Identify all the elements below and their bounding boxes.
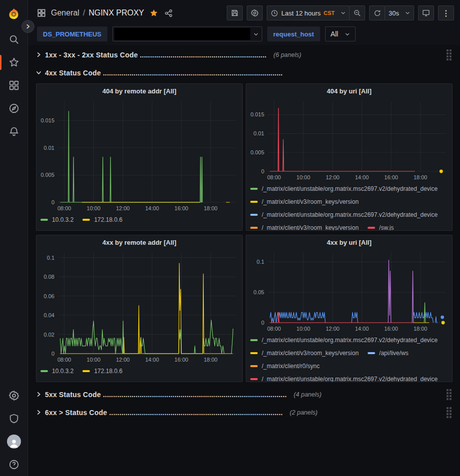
breadcrumb-section[interactable]: General bbox=[51, 8, 79, 17]
chevron-down-icon bbox=[405, 10, 410, 15]
legend-item[interactable]: /_matrix/client/unstable/org.matrix.msc2… bbox=[250, 376, 438, 382]
dashboard-settings-button[interactable] bbox=[247, 5, 263, 20]
avatar bbox=[7, 435, 21, 449]
svg-text:0.02: 0.02 bbox=[44, 332, 54, 338]
legend-swatch bbox=[40, 370, 48, 372]
row-panel-count: (2 panels) bbox=[290, 409, 318, 416]
svg-text:0.05: 0.05 bbox=[254, 289, 264, 295]
panel-title[interactable]: 404 by remote addr [All] bbox=[36, 84, 242, 95]
svg-text:10:00: 10:00 bbox=[297, 174, 311, 180]
legend-item[interactable]: 10.0.3.2 bbox=[40, 216, 73, 223]
refresh-interval-picker[interactable]: 30s bbox=[385, 5, 414, 20]
row-header-1xx-3xx-2xx[interactable]: 1xx - 3xx - 2xx Status Code ............… bbox=[36, 47, 453, 62]
svg-text:12:00: 12:00 bbox=[116, 357, 130, 363]
datasource-select[interactable] bbox=[112, 26, 262, 41]
timezone-label: CST bbox=[324, 10, 335, 16]
legend-item[interactable]: /sw.js bbox=[368, 224, 394, 230]
svg-text:08:00: 08:00 bbox=[57, 357, 71, 363]
panel-title[interactable]: 4xx by remote addr [All] bbox=[36, 235, 242, 247]
row-drag-handle[interactable] bbox=[447, 407, 452, 418]
chevron-down-icon bbox=[253, 31, 259, 37]
legend-label: /sw.js bbox=[379, 224, 394, 230]
zoom-out-icon bbox=[353, 9, 361, 17]
sidebar-item-configuration[interactable] bbox=[0, 384, 28, 407]
sidebar-item-alerting[interactable] bbox=[0, 120, 28, 143]
svg-text:08:00: 08:00 bbox=[57, 205, 71, 211]
svg-text:0: 0 bbox=[261, 320, 264, 326]
legend-item[interactable]: /_matrix/client/v3/room_keys/version bbox=[250, 224, 359, 230]
row-header-6xx[interactable]: 6xx > Status Code ......................… bbox=[36, 405, 453, 420]
row-title: 1xx - 3xx - 2xx Status Code ............… bbox=[45, 51, 267, 59]
sidebar-item-explore[interactable] bbox=[0, 97, 28, 120]
sidebar-item-dashboards[interactable] bbox=[0, 74, 28, 97]
legend-label: 10.0.3.2 bbox=[52, 368, 73, 375]
timeseries-chart[interactable]: 00.050.108:0010:0012:0014:0016:0018:00 bbox=[246, 247, 451, 334]
share-icon[interactable] bbox=[164, 9, 173, 17]
legend-item[interactable]: 172.18.0.6 bbox=[82, 216, 122, 223]
panel-legend: 10.0.3.2172.18.0.6 bbox=[36, 213, 242, 230]
legend-item[interactable]: /_matrix/client/unstable/org.matrix.msc2… bbox=[250, 211, 438, 218]
time-range-label: Last 12 hours bbox=[281, 9, 321, 17]
refresh-button[interactable] bbox=[369, 5, 385, 20]
panel-title[interactable]: 404 by uri [All] bbox=[246, 84, 452, 95]
panel-title[interactable]: 4xx by uri [All] bbox=[246, 235, 452, 247]
kiosk-mode-button[interactable] bbox=[418, 5, 434, 20]
variables-row: DS_PROMETHEUS request_host All bbox=[28, 26, 460, 45]
save-dashboard-button[interactable] bbox=[227, 5, 243, 20]
svg-text:16:00: 16:00 bbox=[384, 174, 398, 180]
legend-label: /_matrix/client/v3/room_keys/version bbox=[262, 350, 359, 357]
legend-item[interactable]: /_matrix/client/r0/sync bbox=[250, 363, 320, 370]
svg-text:0.1: 0.1 bbox=[47, 255, 54, 261]
svg-text:0.01: 0.01 bbox=[254, 130, 264, 136]
svg-text:12:00: 12:00 bbox=[326, 326, 340, 332]
request-host-select[interactable]: All bbox=[325, 26, 356, 41]
legend-item[interactable]: /_matrix/client/v3/room_keys/version bbox=[250, 198, 359, 205]
chevron-down-icon bbox=[341, 10, 346, 15]
sidebar-expand-button[interactable] bbox=[21, 20, 34, 33]
sidebar-item-starred[interactable] bbox=[0, 51, 28, 74]
svg-text:18:00: 18:00 bbox=[414, 326, 428, 332]
refresh-interval-label: 30s bbox=[389, 9, 399, 17]
request-host-value: All bbox=[331, 30, 339, 38]
row-header-4xx[interactable]: 4xx Status Code ........................… bbox=[36, 65, 453, 80]
legend-item[interactable]: /api/live/ws bbox=[368, 350, 409, 357]
legend-item[interactable]: /_matrix/client/unstable/org.matrix.msc2… bbox=[250, 185, 438, 192]
breadcrumb-dashboard-title[interactable]: NGINX PROXY bbox=[88, 8, 144, 17]
row-title: 6xx > Status Code ......................… bbox=[45, 409, 283, 417]
svg-text:10:00: 10:00 bbox=[297, 326, 311, 332]
panel: 4xx by remote addr [All]00.020.040.060.0… bbox=[36, 235, 243, 382]
legend-item[interactable]: /_matrix/client/v3/room_keys/version bbox=[250, 350, 359, 357]
legend-item[interactable]: 10.0.3.2 bbox=[40, 368, 73, 375]
time-range-picker[interactable]: Last 12 hours CST bbox=[267, 5, 350, 20]
legend-label: /api/live/ws bbox=[379, 350, 409, 357]
variable-label-request-host: request_host bbox=[267, 26, 320, 41]
row-drag-handle[interactable] bbox=[447, 49, 452, 60]
legend-item[interactable]: /_matrix/client/unstable/org.matrix.msc2… bbox=[250, 337, 438, 344]
sidebar-item-server-admin[interactable] bbox=[0, 407, 28, 430]
svg-text:16:00: 16:00 bbox=[174, 357, 188, 363]
favorite-star-icon[interactable] bbox=[149, 8, 158, 17]
help-icon bbox=[8, 459, 19, 470]
sidebar-item-user-profile[interactable] bbox=[0, 430, 28, 453]
shield-icon bbox=[8, 413, 19, 424]
star-icon bbox=[8, 57, 19, 68]
legend-swatch bbox=[250, 188, 258, 190]
svg-text:16:00: 16:00 bbox=[384, 326, 398, 332]
timeseries-chart[interactable]: 00.0050.010.01508:0010:0012:0014:0016:00… bbox=[246, 95, 451, 182]
row-panel-count: (6 panels) bbox=[274, 51, 302, 58]
sidebar-item-help[interactable] bbox=[0, 453, 28, 476]
row-drag-handle[interactable] bbox=[447, 389, 452, 400]
row-header-5xx[interactable]: 5xx Status Code ........................… bbox=[36, 387, 453, 402]
svg-text:0: 0 bbox=[261, 168, 264, 174]
save-icon bbox=[231, 9, 239, 17]
legend-label: /_matrix/client/r0/sync bbox=[262, 363, 320, 370]
dashboards-icon bbox=[8, 80, 19, 91]
more-options-button[interactable]: ⋮ bbox=[438, 5, 454, 20]
timeseries-chart[interactable]: 00.020.040.060.080.108:0010:0012:0014:00… bbox=[36, 247, 241, 365]
legend-label: 172.18.0.6 bbox=[94, 216, 122, 223]
timeseries-chart[interactable]: 00.0050.010.01508:0010:0012:0014:0016:00… bbox=[36, 95, 241, 213]
legend-item[interactable]: 172.18.0.6 bbox=[82, 368, 122, 375]
zoom-out-button[interactable] bbox=[349, 5, 365, 20]
gear-icon bbox=[8, 390, 19, 401]
redacted-value bbox=[114, 28, 250, 40]
